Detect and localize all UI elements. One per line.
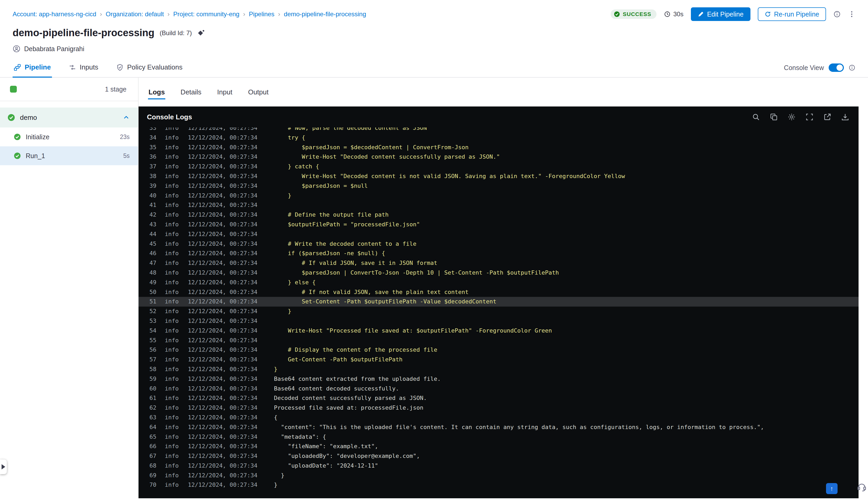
log-row[interactable]: 62info12/12/2024, 00:27:34Processed file… bbox=[138, 403, 859, 413]
copy-icon[interactable] bbox=[770, 113, 778, 121]
tab-inputs[interactable]: Inputs bbox=[68, 60, 100, 77]
log-row[interactable]: 63info12/12/2024, 00:27:34{ bbox=[138, 413, 859, 422]
page-title: demo-pipeline-file-processing bbox=[13, 27, 155, 39]
log-timestamp: 12/12/2024, 00:27:34 bbox=[188, 336, 258, 345]
fullscreen-icon[interactable] bbox=[806, 113, 814, 121]
log-row[interactable]: 42info12/12/2024, 00:27:34 # Define the … bbox=[138, 210, 859, 220]
log-timestamp: 12/12/2024, 00:27:34 bbox=[188, 181, 258, 191]
log-timestamp: 12/12/2024, 00:27:34 bbox=[188, 326, 258, 336]
tab-pipeline[interactable]: Pipeline bbox=[13, 60, 52, 77]
scroll-to-top-button[interactable]: ↑ bbox=[826, 483, 838, 494]
expand-panel-button[interactable] bbox=[0, 460, 7, 474]
log-area[interactable]: 33info12/12/2024, 00:27:34 # Now, parse … bbox=[138, 127, 859, 498]
log-row[interactable]: 45info12/12/2024, 00:27:34 # Write the d… bbox=[138, 239, 859, 249]
tab-output[interactable]: Output bbox=[247, 84, 269, 101]
log-row[interactable]: 58info12/12/2024, 00:27:34} bbox=[138, 365, 859, 374]
log-row[interactable]: 54info12/12/2024, 00:27:34 Write-Host "P… bbox=[138, 326, 859, 336]
step-item-initialize[interactable]: Initialize 23s bbox=[0, 127, 138, 146]
console-view-toggle[interactable] bbox=[829, 63, 844, 72]
log-row[interactable]: 41info12/12/2024, 00:27:34 bbox=[138, 200, 859, 210]
settings-gear-icon[interactable] bbox=[788, 113, 796, 121]
log-row[interactable]: 52info12/12/2024, 00:27:34 } bbox=[138, 306, 859, 316]
breadcrumb: Account: app-harness-ng-cicd › Organizat… bbox=[13, 10, 366, 18]
search-icon[interactable] bbox=[752, 113, 760, 121]
log-timestamp: 12/12/2024, 00:27:34 bbox=[188, 374, 258, 384]
log-line-number: 45 bbox=[143, 239, 156, 249]
log-level: info bbox=[165, 355, 180, 365]
log-row[interactable]: 38info12/12/2024, 00:27:34 Write-Host "D… bbox=[138, 171, 859, 181]
chevron-up-icon[interactable] bbox=[123, 114, 130, 121]
user-name: Debabrata Panigrahi bbox=[24, 45, 84, 53]
log-row[interactable]: 36info12/12/2024, 00:27:34 Write-Host "D… bbox=[138, 152, 859, 162]
download-icon[interactable] bbox=[841, 113, 849, 121]
kebab-menu-icon[interactable] bbox=[848, 10, 855, 18]
breadcrumb-project-link[interactable]: Project: community-eng bbox=[173, 10, 239, 18]
log-message: Get-Content -Path $outputFilePath bbox=[274, 355, 403, 365]
log-row[interactable]: 69info12/12/2024, 00:27:34 } bbox=[138, 471, 859, 480]
log-row[interactable]: 60info12/12/2024, 00:27:34Base64 content… bbox=[138, 384, 859, 394]
log-level: info bbox=[165, 171, 180, 181]
info-icon[interactable] bbox=[833, 10, 841, 18]
breadcrumb-organization-link[interactable]: Organization: default bbox=[106, 10, 164, 18]
breadcrumb-pipelines-link[interactable]: Pipelines bbox=[249, 10, 274, 18]
log-level: info bbox=[165, 316, 180, 326]
log-row[interactable]: 68info12/12/2024, 00:27:34 "uploadDate":… bbox=[138, 461, 859, 471]
console-toolbar bbox=[752, 113, 849, 121]
log-row[interactable]: 48info12/12/2024, 00:27:34 $parsedJson |… bbox=[138, 268, 859, 278]
log-row[interactable]: 57info12/12/2024, 00:27:34 Get-Content -… bbox=[138, 355, 859, 365]
log-row[interactable]: 70info12/12/2024, 00:27:34} bbox=[138, 480, 859, 490]
log-row[interactable]: 47info12/12/2024, 00:27:34 # If valid JS… bbox=[138, 258, 859, 268]
log-row[interactable]: 65info12/12/2024, 00:27:34 "metadata": { bbox=[138, 432, 859, 442]
log-row[interactable]: 35info12/12/2024, 00:27:34 $parsedJson =… bbox=[138, 143, 859, 153]
log-line-number: 43 bbox=[143, 220, 156, 230]
stage-summary: 1 stage bbox=[0, 77, 138, 101]
log-row[interactable]: 39info12/12/2024, 00:27:34 $parsedJson =… bbox=[138, 181, 859, 191]
stage-status-square-icon[interactable] bbox=[10, 86, 17, 93]
step-item-run-1[interactable]: Run_1 5s bbox=[0, 146, 138, 165]
breadcrumb-current-pipeline-link[interactable]: demo-pipeline-file-processing bbox=[284, 10, 366, 18]
log-level: info bbox=[165, 278, 180, 287]
log-message: } catch { bbox=[274, 162, 319, 171]
log-timestamp: 12/12/2024, 00:27:34 bbox=[188, 258, 258, 268]
log-row[interactable]: 51info12/12/2024, 00:27:34 Set-Content -… bbox=[138, 297, 859, 306]
log-row[interactable]: 37info12/12/2024, 00:27:34 } catch { bbox=[138, 162, 859, 171]
log-row[interactable]: 59info12/12/2024, 00:27:34Base64 content… bbox=[138, 374, 859, 384]
breadcrumb-account-link[interactable]: Account: app-harness-ng-cicd bbox=[13, 10, 96, 18]
log-timestamp: 12/12/2024, 00:27:34 bbox=[188, 471, 258, 480]
log-row[interactable]: 34info12/12/2024, 00:27:34 try { bbox=[138, 133, 859, 143]
log-line-number: 55 bbox=[143, 336, 156, 345]
log-row[interactable]: 61info12/12/2024, 00:27:34Decoded conten… bbox=[138, 394, 859, 403]
tab-input[interactable]: Input bbox=[217, 84, 233, 101]
log-row[interactable]: 66info12/12/2024, 00:27:34 "fileName": "… bbox=[138, 442, 859, 451]
stage-group-label: demo bbox=[20, 114, 118, 122]
support-headset-icon[interactable] bbox=[857, 482, 866, 491]
log-line-number: 67 bbox=[143, 451, 156, 461]
log-line-number: 44 bbox=[143, 230, 156, 239]
log-row[interactable]: 49info12/12/2024, 00:27:34 } else { bbox=[138, 278, 859, 287]
log-row[interactable]: 33info12/12/2024, 00:27:34 # Now, parse … bbox=[138, 127, 859, 133]
log-row[interactable]: 44info12/12/2024, 00:27:34 bbox=[138, 230, 859, 239]
stage-group-header-demo[interactable]: demo bbox=[0, 107, 138, 127]
edit-pipeline-button[interactable]: Edit Pipeline bbox=[691, 7, 751, 21]
log-level: info bbox=[165, 306, 180, 316]
log-row[interactable]: 43info12/12/2024, 00:27:34 $outputFilePa… bbox=[138, 220, 859, 230]
rerun-pipeline-button[interactable]: Re-run Pipeline bbox=[758, 7, 826, 21]
log-row[interactable]: 40info12/12/2024, 00:27:34 } bbox=[138, 191, 859, 201]
log-row[interactable]: 67info12/12/2024, 00:27:34 "uploadedBy":… bbox=[138, 451, 859, 461]
console-view-info-icon[interactable] bbox=[849, 64, 855, 71]
log-timestamp: 12/12/2024, 00:27:34 bbox=[188, 451, 258, 461]
governance-diamond-icon[interactable] bbox=[197, 29, 205, 37]
log-row[interactable]: 64info12/12/2024, 00:27:34 "content": "T… bbox=[138, 422, 859, 432]
tab-policy-evaluations[interactable]: Policy Evaluations bbox=[115, 60, 184, 77]
log-message: Base64 content extracted from the upload… bbox=[274, 374, 441, 384]
log-row[interactable]: 53info12/12/2024, 00:27:34 bbox=[138, 316, 859, 326]
log-row[interactable]: 46info12/12/2024, 00:27:34 if ($parsedJs… bbox=[138, 249, 859, 258]
open-in-new-icon[interactable] bbox=[823, 113, 831, 121]
log-row[interactable]: 55info12/12/2024, 00:27:34 bbox=[138, 336, 859, 345]
success-check-icon bbox=[614, 11, 620, 17]
tab-details[interactable]: Details bbox=[180, 84, 202, 101]
log-timestamp: 12/12/2024, 00:27:34 bbox=[188, 384, 258, 394]
tab-logs[interactable]: Logs bbox=[148, 84, 165, 101]
log-row[interactable]: 56info12/12/2024, 00:27:34 # Display the… bbox=[138, 345, 859, 355]
log-row[interactable]: 50info12/12/2024, 00:27:34 # If not vali… bbox=[138, 287, 859, 297]
